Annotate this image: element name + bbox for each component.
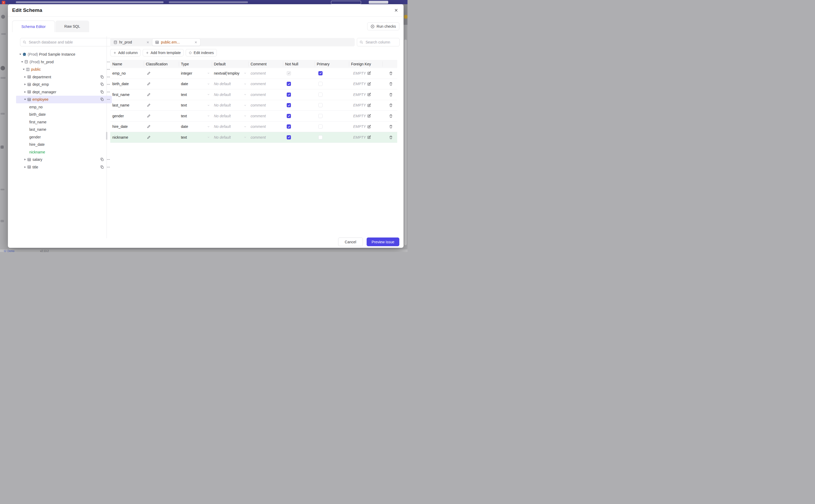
type-dropdown-icon[interactable] bbox=[207, 104, 210, 107]
close-icon[interactable] bbox=[393, 7, 399, 13]
column-name[interactable]: last_name bbox=[112, 103, 129, 107]
column-search-input[interactable] bbox=[365, 40, 397, 45]
database-search[interactable] bbox=[20, 38, 111, 46]
tree-item-emp_no[interactable]: emp_no bbox=[16, 103, 112, 111]
primary-checkbox[interactable] bbox=[318, 114, 322, 118]
default-dropdown-icon[interactable] bbox=[243, 125, 247, 128]
duplicate-table-icon[interactable] bbox=[100, 98, 104, 101]
open-tab-public-employee[interactable]: public.em... bbox=[152, 38, 200, 46]
close-tab-icon[interactable] bbox=[146, 41, 149, 44]
classification-edit-icon[interactable] bbox=[147, 125, 151, 128]
delete-column-icon[interactable] bbox=[389, 71, 393, 75]
not-null-checkbox[interactable] bbox=[287, 103, 291, 107]
panel-resize-handle[interactable] bbox=[106, 132, 107, 140]
primary-checkbox[interactable] bbox=[318, 71, 322, 75]
tree-item-dept_manager[interactable]: dept_manager bbox=[16, 88, 112, 96]
foreign-key-edit-icon[interactable] bbox=[367, 71, 371, 75]
type-dropdown-icon[interactable] bbox=[207, 135, 210, 139]
column-comment-input[interactable]: comment bbox=[250, 124, 266, 129]
classification-edit-icon[interactable] bbox=[147, 135, 151, 139]
type-dropdown-icon[interactable] bbox=[207, 71, 210, 75]
tree-item-nickname[interactable]: nickname bbox=[16, 148, 112, 156]
database-search-input[interactable] bbox=[28, 40, 109, 45]
foreign-key-edit-icon[interactable] bbox=[367, 125, 371, 129]
tab-raw-sql[interactable]: Raw SQL bbox=[55, 21, 89, 32]
more-actions-icon[interactable] bbox=[107, 60, 110, 64]
classification-edit-icon[interactable] bbox=[147, 114, 151, 118]
tree-item-public[interactable]: public bbox=[16, 66, 112, 73]
column-name[interactable]: first_name bbox=[112, 93, 129, 97]
primary-checkbox[interactable] bbox=[318, 103, 322, 107]
tree-item-employee[interactable]: employee bbox=[16, 96, 112, 103]
column-name[interactable]: emp_no bbox=[112, 71, 126, 75]
tree-item-first_name[interactable]: first_name bbox=[16, 118, 112, 126]
edit-indexes-button[interactable]: Edit indexes bbox=[186, 49, 216, 56]
page-scrollbar[interactable] bbox=[404, 40, 407, 245]
preview-issue-button[interactable]: Preview issue bbox=[366, 238, 399, 246]
column-default-value[interactable]: No default bbox=[214, 103, 231, 107]
duplicate-table-icon[interactable] bbox=[100, 165, 104, 169]
not-null-checkbox[interactable] bbox=[287, 93, 291, 97]
not-null-checkbox[interactable] bbox=[287, 135, 291, 139]
duplicate-table-icon[interactable] bbox=[100, 83, 104, 86]
tree-item-hr_prod[interactable]: (Prod)hr_prod bbox=[16, 58, 112, 66]
tree-item-salary[interactable]: salary bbox=[16, 156, 112, 163]
column-comment-input[interactable]: comment bbox=[250, 82, 266, 86]
column-name[interactable]: nickname bbox=[112, 135, 128, 139]
column-name[interactable]: hire_date bbox=[112, 124, 128, 129]
foreign-key-edit-icon[interactable] bbox=[367, 82, 371, 86]
primary-checkbox[interactable] bbox=[318, 82, 322, 86]
column-default-value[interactable]: No default bbox=[214, 82, 231, 86]
tree-item-gender[interactable]: gender bbox=[16, 133, 112, 141]
column-name[interactable]: birth_date bbox=[112, 82, 129, 86]
more-actions-icon[interactable] bbox=[107, 158, 110, 161]
column-default-value[interactable]: nextval('employ bbox=[214, 71, 239, 75]
column-default-value[interactable]: No default bbox=[214, 93, 231, 97]
column-comment-input[interactable]: comment bbox=[250, 71, 266, 75]
more-actions-icon[interactable] bbox=[107, 98, 110, 101]
foreign-key-edit-icon[interactable] bbox=[367, 93, 371, 96]
column-comment-input[interactable]: comment bbox=[250, 103, 266, 107]
classification-edit-icon[interactable] bbox=[147, 82, 151, 86]
delete-column-icon[interactable] bbox=[389, 135, 393, 139]
type-dropdown-icon[interactable] bbox=[207, 125, 210, 128]
tree-item-hire_date[interactable]: hire_date bbox=[16, 141, 112, 148]
column-comment-input[interactable]: comment bbox=[250, 93, 266, 97]
default-dropdown-icon[interactable] bbox=[243, 93, 247, 96]
column-type-value[interactable]: text bbox=[181, 103, 187, 107]
default-dropdown-icon[interactable] bbox=[243, 114, 247, 118]
not-null-checkbox[interactable] bbox=[287, 114, 291, 118]
column-name[interactable]: gender bbox=[112, 114, 124, 118]
tree-item-last_name[interactable]: last_name bbox=[16, 126, 112, 133]
column-default-value[interactable]: No default bbox=[214, 124, 231, 129]
foreign-key-edit-icon[interactable] bbox=[367, 114, 371, 118]
more-actions-icon[interactable] bbox=[107, 67, 110, 71]
more-actions-icon[interactable] bbox=[107, 75, 110, 79]
duplicate-table-icon[interactable] bbox=[100, 90, 104, 94]
delete-column-icon[interactable] bbox=[389, 93, 393, 96]
column-comment-input[interactable]: comment bbox=[250, 135, 266, 139]
column-type-value[interactable]: date bbox=[181, 124, 188, 129]
duplicate-table-icon[interactable] bbox=[100, 158, 104, 161]
type-dropdown-icon[interactable] bbox=[207, 114, 210, 118]
tree-item-dept_emp[interactable]: dept_emp bbox=[16, 81, 112, 88]
column-type-value[interactable]: date bbox=[181, 82, 188, 86]
delete-column-icon[interactable] bbox=[389, 114, 393, 118]
default-dropdown-icon[interactable] bbox=[243, 82, 247, 86]
delete-column-icon[interactable] bbox=[389, 125, 393, 128]
primary-checkbox[interactable] bbox=[318, 93, 322, 97]
default-dropdown-icon[interactable] bbox=[243, 71, 247, 75]
type-dropdown-icon[interactable] bbox=[207, 82, 210, 86]
default-dropdown-icon[interactable] bbox=[243, 104, 247, 107]
foreign-key-edit-icon[interactable] bbox=[367, 135, 371, 139]
classification-edit-icon[interactable] bbox=[147, 71, 151, 75]
cancel-button[interactable]: Cancel bbox=[338, 238, 363, 246]
add-from-template-button[interactable]: Add from template bbox=[143, 49, 183, 56]
close-tab-icon[interactable] bbox=[194, 41, 197, 44]
foreign-key-edit-icon[interactable] bbox=[367, 103, 371, 107]
column-type-value[interactable]: text bbox=[181, 93, 187, 97]
delete-column-icon[interactable] bbox=[389, 103, 393, 107]
type-dropdown-icon[interactable] bbox=[207, 93, 210, 96]
column-search[interactable] bbox=[357, 38, 399, 46]
column-type-value[interactable]: text bbox=[181, 135, 187, 139]
